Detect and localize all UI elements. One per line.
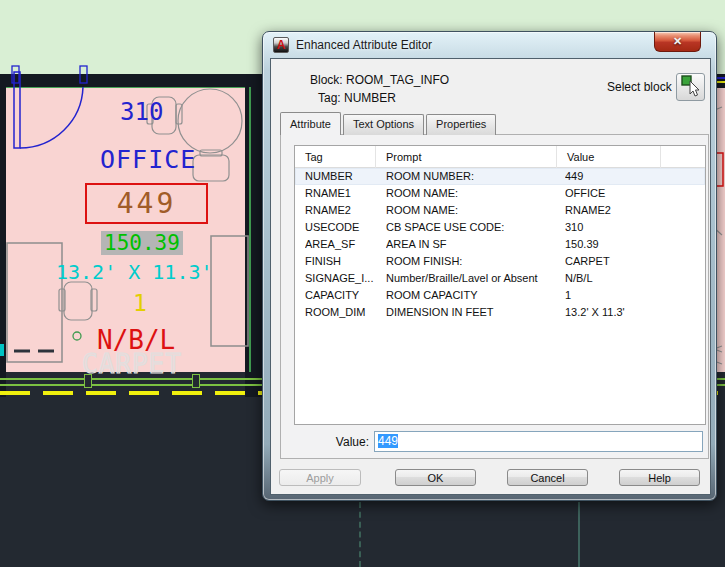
door-jamb-green-2 (192, 374, 200, 388)
attr-prompt: Number/Braille/Lavel or Absent (386, 270, 558, 287)
attr-value: OFFICE (565, 185, 703, 202)
grid-line-solid (578, 502, 580, 567)
attr-value: N/B/L (565, 270, 703, 287)
attr-prompt: ROOM NAME: (386, 202, 558, 219)
enhanced-attribute-editor-dialog: A Enhanced Attribute Editor ✕ Block: ROO… (262, 31, 717, 501)
select-block-label: Select block (607, 80, 672, 94)
close-icon: ✕ (673, 35, 682, 47)
tab-attribute[interactable]: Attribute (280, 112, 341, 135)
attribute-row-number[interactable]: NUMBER ROOM NUMBER: 449 (295, 168, 705, 185)
help-button[interactable]: Help (619, 469, 700, 486)
attr-prompt: CB SPACE USE CODE: (386, 219, 558, 236)
wall-right (245, 74, 262, 397)
attr-prompt: ROOM CAPACITY (386, 287, 558, 304)
value-input-selected-text: 449 (378, 434, 398, 448)
wall-cyan-accent (0, 344, 4, 356)
attribute-row-room-dim[interactable]: ROOM_DIM DIMENSION IN FEET 13.2' X 11.3' (295, 304, 705, 321)
attr-value: 13.2' X 11.3' (565, 304, 703, 321)
attribute-row-signage[interactable]: SIGNAGE_I... Number/Braille/Lavel or Abs… (295, 270, 705, 287)
attribute-table-header: Tag Prompt Value (295, 146, 705, 168)
value-input[interactable]: 449 (374, 431, 703, 452)
column-header-value[interactable]: Value (557, 146, 661, 168)
room-name-text: OFFICE (100, 145, 196, 174)
select-block-icon (681, 75, 701, 97)
attr-tag: ROOM_DIM (305, 304, 375, 321)
autocad-app-icon: A (273, 37, 289, 53)
room-number-box: 449 (85, 183, 208, 224)
attr-value: 449 (565, 168, 703, 185)
column-header-tag[interactable]: Tag (295, 146, 376, 168)
finish-text: CARPET (82, 349, 182, 379)
attr-tag: SIGNAGE_I... (305, 270, 375, 287)
column-header-filler (661, 146, 705, 168)
dimension-text: 13.2' X 11.3' (56, 260, 213, 284)
attr-tag: FINISH (305, 253, 375, 270)
tab-properties[interactable]: Properties (426, 114, 496, 135)
tab-text-options[interactable]: Text Options (343, 114, 424, 135)
attr-tag: USECODE (305, 219, 375, 236)
capacity-text: 1 (133, 290, 147, 316)
attr-prompt: ROOM FINISH: (386, 253, 558, 270)
attribute-row-usecode[interactable]: USECODE CB SPACE USE CODE: 310 (295, 219, 705, 236)
attr-value: RNAME2 (565, 202, 703, 219)
tab-strip: Attribute Text Options Properties (280, 114, 496, 135)
attr-tag: RNAME1 (305, 185, 375, 202)
attribute-row-finish[interactable]: FINISH ROOM FINISH: CARPET (295, 253, 705, 270)
attribute-row-capacity[interactable]: CAPACITY ROOM CAPACITY 1 (295, 287, 705, 304)
attribute-row-rname2[interactable]: RNAME2 ROOM NAME: RNAME2 (295, 202, 705, 219)
ok-button[interactable]: OK (395, 469, 476, 486)
attribute-tab-panel: Tag Prompt Value NUMBER ROOM NUMBER: 449… (280, 134, 709, 459)
value-label: Value: (319, 435, 369, 449)
column-header-prompt[interactable]: Prompt (376, 146, 557, 168)
tag-name-label: Tag: NUMBER (318, 91, 396, 105)
attribute-table-body: NUMBER ROOM NUMBER: 449 RNAME1 ROOM NAME… (295, 168, 705, 321)
attr-value: 1 (565, 287, 703, 304)
attr-tag: CAPACITY (305, 287, 375, 304)
cancel-button[interactable]: Cancel (507, 469, 588, 486)
apply-button[interactable]: Apply (279, 469, 361, 486)
dialog-title: Enhanced Attribute Editor (296, 38, 432, 52)
attr-prompt: DIMENSION IN FEET (386, 304, 558, 321)
attr-value: 150.39 (565, 236, 703, 253)
attr-tag: AREA_SF (305, 236, 375, 253)
attr-value: CARPET (565, 253, 703, 270)
wall-green-line (249, 87, 251, 372)
dialog-client-area: Block: ROOM_TAG_INFO Tag: NUMBER Select … (270, 58, 711, 495)
use-code-text: 310 (120, 98, 163, 126)
attr-prompt: AREA IN SF (386, 236, 558, 253)
close-button[interactable]: ✕ (654, 32, 701, 52)
select-block-button[interactable] (676, 73, 705, 101)
attr-tag: RNAME2 (305, 202, 375, 219)
attribute-table: Tag Prompt Value NUMBER ROOM NUMBER: 449… (294, 145, 706, 425)
attribute-row-rname1[interactable]: RNAME1 ROOM NAME: OFFICE (295, 185, 705, 202)
area-text: 150.39 (101, 231, 183, 255)
attr-prompt: ROOM NUMBER: (386, 168, 558, 185)
block-name-label: Block: ROOM_TAG_INFO (310, 73, 449, 87)
dialog-titlebar[interactable]: A Enhanced Attribute Editor ✕ (263, 32, 716, 58)
autocad-drawing-canvas: 310 OFFICE 449 150.39 13.2' X 11.3' 1 N/… (0, 0, 725, 567)
attr-value: 310 (565, 219, 703, 236)
room-number-text: 449 (117, 187, 177, 220)
attr-prompt: ROOM NAME: (386, 185, 558, 202)
grid-line-dashed (359, 502, 361, 567)
app-icon-letter: A (277, 38, 286, 52)
attribute-row-area-sf[interactable]: AREA_SF AREA IN SF 150.39 (295, 236, 705, 253)
attr-tag: NUMBER (305, 168, 375, 185)
